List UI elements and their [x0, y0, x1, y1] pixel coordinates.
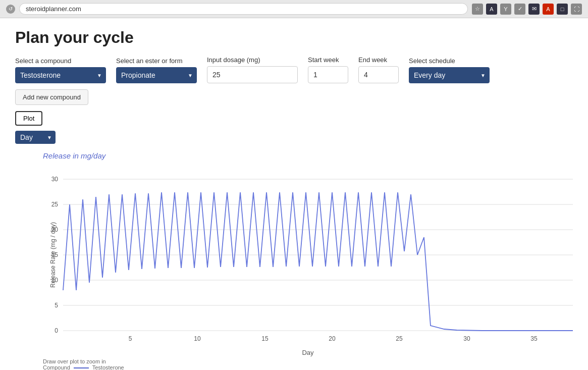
compound-select-wrapper: Testosterone Nandrolone Boldenone Trenbo… [15, 67, 106, 83]
svg-text:25: 25 [51, 201, 59, 208]
svg-text:25: 25 [396, 335, 403, 342]
bookmark-icon[interactable]: ☆ [472, 4, 483, 15]
svg-text:20: 20 [51, 226, 59, 233]
chart-svg: 0 5 10 15 20 25 30 5 10 15 20 25 30 35 [43, 164, 578, 346]
extension-icon2[interactable]: Y [500, 4, 511, 15]
legend-hint: Draw over plot to zoom in [43, 358, 106, 364]
page-title: Plan your cycle [15, 28, 573, 47]
svg-text:10: 10 [51, 277, 59, 284]
browser-bar: ↺ steroidplanner.com ☆ A Y ✓ ✉ A □ ⛶ [0, 0, 588, 18]
chart-legend: Draw over plot to zoom in Compound Testo… [43, 358, 573, 370]
svg-text:35: 35 [530, 335, 538, 342]
schedule-group: Select schedule Every day Every other da… [409, 57, 490, 83]
extension-icon6[interactable]: □ [557, 4, 568, 15]
end-week-group: End week [358, 56, 399, 83]
dosage-group: Input dosage (mg) [207, 56, 298, 83]
schedule-select[interactable]: Every day Every other day Twice a week O… [409, 67, 490, 83]
day-select[interactable]: Day Week [15, 131, 56, 144]
compound-select[interactable]: Testosterone Nandrolone Boldenone Trenbo… [15, 67, 106, 83]
add-compound-button[interactable]: Add new compound [15, 89, 88, 105]
legend-compound-name: Testosterone [92, 364, 124, 370]
ester-label: Select an ester or form [116, 57, 197, 65]
svg-text:10: 10 [194, 335, 201, 342]
extension-icon5[interactable]: A [543, 4, 554, 15]
extension-icon3[interactable]: ✓ [514, 4, 525, 15]
svg-text:15: 15 [51, 251, 59, 258]
legend-line-icon [74, 367, 89, 368]
controls-row: Select a compound Testosterone Nandrolon… [15, 56, 573, 83]
svg-text:5: 5 [55, 302, 58, 309]
browser-actions: ☆ A Y ✓ ✉ A □ ⛶ [472, 4, 582, 15]
chart-container: Release in mg/day Release Rate (mg / day… [15, 151, 573, 370]
start-week-group: Start week [308, 56, 348, 83]
svg-text:30: 30 [463, 335, 470, 342]
chart-title: Release in mg/day [43, 151, 573, 160]
plot-button[interactable]: Plot [15, 111, 42, 126]
legend-compound-label: Compound [43, 364, 70, 370]
end-week-input[interactable] [358, 66, 399, 83]
dosage-input[interactable] [207, 66, 298, 83]
browser-icon: ↺ [6, 5, 15, 14]
start-week-input[interactable] [308, 66, 348, 83]
url-bar[interactable]: steroidplanner.com [19, 3, 468, 15]
svg-text:0: 0 [55, 327, 58, 334]
dosage-label: Input dosage (mg) [207, 56, 298, 64]
ester-select[interactable]: Propionate Enanthate Cypionate Undecanoa… [116, 67, 197, 83]
ester-select-wrapper: Propionate Enanthate Cypionate Undecanoa… [116, 67, 197, 83]
start-week-label: Start week [308, 56, 348, 64]
extension-icon7[interactable]: ⛶ [571, 4, 582, 15]
svg-text:20: 20 [329, 335, 336, 342]
x-axis-label: Day [43, 349, 573, 356]
compound-label: Select a compound [15, 57, 106, 65]
schedule-label: Select schedule [409, 57, 490, 65]
chart-title-text: Release in mg/day [43, 151, 105, 160]
ester-group: Select an ester or form Propionate Enant… [116, 57, 197, 83]
chart-area[interactable]: Release Rate (mg / day) 0 5 10 15 20 [43, 164, 578, 346]
compound-group: Select a compound Testosterone Nandrolon… [15, 57, 106, 83]
schedule-select-wrapper: Every day Every other day Twice a week O… [409, 67, 490, 83]
page-content: Plan your cycle Select a compound Testos… [0, 18, 588, 370]
svg-text:15: 15 [261, 335, 269, 342]
end-week-label: End week [358, 56, 399, 64]
extension-icon1[interactable]: A [486, 4, 497, 15]
svg-text:30: 30 [51, 176, 59, 183]
extension-icon4[interactable]: ✉ [528, 4, 540, 15]
day-select-wrapper: Day Week [15, 131, 56, 144]
svg-text:5: 5 [129, 335, 132, 342]
